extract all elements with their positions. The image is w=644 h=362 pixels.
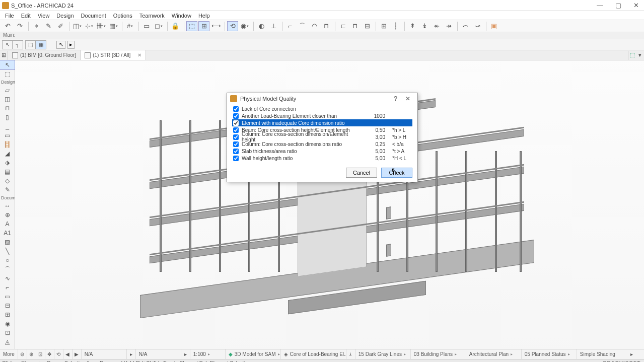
move-up-icon[interactable]: ↟ <box>407 21 418 31</box>
zoom-in-icon[interactable]: ⊕ <box>27 349 36 359</box>
check-cb[interactable] <box>233 106 239 112</box>
door-tool-icon[interactable]: ◫ <box>0 95 15 104</box>
trace-ref-icon[interactable]: ⊞ <box>198 21 209 31</box>
text-tool-icon[interactable]: A <box>0 220 15 229</box>
measure-icon[interactable]: ⟷ <box>210 21 222 31</box>
align-left-icon[interactable]: ⊏ <box>337 21 348 31</box>
check-cb[interactable] <box>233 141 239 147</box>
half-icon[interactable]: ◐ <box>256 21 267 31</box>
dash-icon[interactable]: ┊ <box>390 21 401 31</box>
join-icon[interactable]: ⊓ <box>321 21 332 31</box>
menu-options[interactable]: Options <box>110 12 135 20</box>
change-tool-icon[interactable]: ◬ <box>0 337 15 346</box>
tab-ground-floor[interactable]: (1) BIM [0. Ground Floor] <box>8 50 81 60</box>
check-row-column-dim[interactable]: Column: Core cross-section dimension/Ele… <box>232 133 412 140</box>
cursor-icon[interactable]: ↖ <box>56 41 65 49</box>
suspend-icon[interactable]: ▭ <box>141 21 152 31</box>
dialog-titlebar[interactable]: Physical Model Quality ? ✕ <box>227 93 417 104</box>
column-tool-icon[interactable]: ▯ <box>0 113 15 122</box>
planstatus-field[interactable]: 05 Planned Status▸ <box>522 349 577 359</box>
na2-field[interactable]: N/A <box>136 349 181 359</box>
align-top-icon[interactable]: ⊓ <box>349 21 361 31</box>
select-partial[interactable]: ⬚ <box>26 41 36 49</box>
view-field[interactable]: ◆3D Model for SAM▸ <box>226 349 281 359</box>
tab-nav-icon[interactable]: ⊞ <box>0 51 8 60</box>
fill-tool-icon[interactable]: ▨ <box>0 238 15 247</box>
window-tool-icon[interactable]: ⊓ <box>0 104 15 113</box>
teamwork-status-icon[interactable]: ⬚ <box>628 51 636 60</box>
stair-tool-icon[interactable]: 🪜 <box>0 140 15 149</box>
menu-more-icon[interactable]: ▾ <box>636 51 644 60</box>
fillet-icon[interactable]: ⌒ <box>297 21 308 31</box>
worksheet-tool-icon[interactable]: ⊡ <box>0 328 15 337</box>
section-tool-icon[interactable]: ⊟ <box>0 301 15 310</box>
curtain-tool-icon[interactable]: ▤ <box>0 167 15 176</box>
back-icon[interactable]: ◀ <box>63 349 73 359</box>
check-cb[interactable] <box>233 149 239 154</box>
more-button[interactable]: More <box>0 349 18 359</box>
spline-tool-icon[interactable]: ∿ <box>0 274 15 283</box>
eyedrop-icon[interactable]: ✐ <box>55 21 66 31</box>
close-icon[interactable]: ✕ <box>401 95 414 102</box>
elevation-tool-icon[interactable]: ⊞ <box>0 310 15 319</box>
snap-icon[interactable]: 卌 <box>96 21 107 31</box>
line-tool-icon[interactable]: ╲ <box>0 247 15 256</box>
marquee-icon[interactable]: ◻ <box>153 21 164 31</box>
check-cb[interactable] <box>233 113 239 119</box>
menu-edit[interactable]: Edit <box>18 12 34 20</box>
orbit-icon[interactable]: ⟲ <box>54 349 63 359</box>
undo-icon[interactable]: ↶ <box>2 21 13 31</box>
minimize-button[interactable]: — <box>594 2 606 9</box>
syringe-icon[interactable]: ✎ <box>43 21 54 31</box>
maximize-button[interactable]: ▢ <box>612 2 624 9</box>
arrow-mode-1[interactable]: ↖ <box>3 41 13 49</box>
fwd-icon[interactable]: ▶ <box>73 349 82 359</box>
lock-icon[interactable]: 🔒 <box>170 21 181 31</box>
redo-icon[interactable]: ↷ <box>14 21 25 31</box>
check-row-another-load[interactable]: Another Load-Bearing Element closer than… <box>232 112 412 119</box>
polyline-tool-icon[interactable]: ⌐ <box>0 283 15 292</box>
check-row-slab-ratio[interactable]: Slab thickness/area ratio 5,00 *t > A <box>232 148 412 155</box>
pan-icon[interactable]: ✥ <box>45 349 54 359</box>
check-cb[interactable] <box>233 134 239 140</box>
check-cb[interactable] <box>233 120 239 126</box>
snap-guides-icon[interactable]: ◫ <box>71 21 83 31</box>
morph-tool-icon[interactable]: ◇ <box>0 176 15 185</box>
teamwork-icon[interactable]: ▣ <box>488 21 499 31</box>
object-tool-icon[interactable]: ✎ <box>0 185 15 194</box>
move-left-icon[interactable]: ↞ <box>431 21 442 31</box>
prev-icon[interactable]: ⤺ <box>460 21 471 31</box>
menu-view[interactable]: View <box>35 12 53 20</box>
help-icon[interactable]: ? <box>390 95 401 102</box>
cancel-button[interactable]: Cancel <box>346 168 377 178</box>
corner-icon[interactable]: ⌐ <box>284 21 296 31</box>
menu-design[interactable]: Design <box>53 12 77 20</box>
check-row-wall-ratio[interactable]: Wall height/length ratio 5,00 *H < L <box>232 155 412 162</box>
arc-icon[interactable]: ◠ <box>309 21 320 31</box>
archplan-field[interactable]: Architectural Plan▸ <box>466 349 522 359</box>
drawing-tool-icon[interactable]: ▭ <box>0 292 15 301</box>
check-row-lack-core[interactable]: Lack of Core connection <box>232 105 412 112</box>
menu-help[interactable]: Help <box>195 12 213 20</box>
lines-field[interactable]: 15 Dark Gray Lines▸ <box>355 349 411 359</box>
trim-icon[interactable]: ⊥ <box>268 21 279 31</box>
tab-3d-all[interactable]: (1) STR [3D / All] ✕ <box>81 50 146 60</box>
window-icon[interactable]: ⊞ <box>378 21 389 31</box>
move-down-icon[interactable]: ↡ <box>419 21 430 31</box>
wall-tool-icon[interactable]: ▱ <box>0 86 15 95</box>
distribute-icon[interactable]: ⊟ <box>362 21 373 31</box>
menu-document[interactable]: Document <box>78 12 109 20</box>
orbit-icon[interactable]: ⟲ <box>227 21 238 31</box>
toggle-icon[interactable]: ▸ <box>67 41 75 49</box>
snap-grid-icon[interactable]: ▦ <box>108 21 119 31</box>
check-row-inadequate-ratio[interactable]: Element with inadequate Core dimension r… <box>232 119 412 126</box>
check-cb[interactable] <box>233 156 239 161</box>
grid-icon[interactable]: # <box>124 21 135 31</box>
label-tool-icon[interactable]: A1 <box>0 229 15 238</box>
menu-teamwork[interactable]: Teamwork <box>136 12 168 20</box>
plans-field[interactable]: 03 Building Plans▸ <box>411 349 466 359</box>
na1-field[interactable]: N/A <box>82 349 127 359</box>
pin-icon[interactable]: ⫰ <box>346 349 355 359</box>
menu-window[interactable]: Window <box>169 12 194 20</box>
dimension-tool-icon[interactable]: ↔ <box>0 201 15 210</box>
